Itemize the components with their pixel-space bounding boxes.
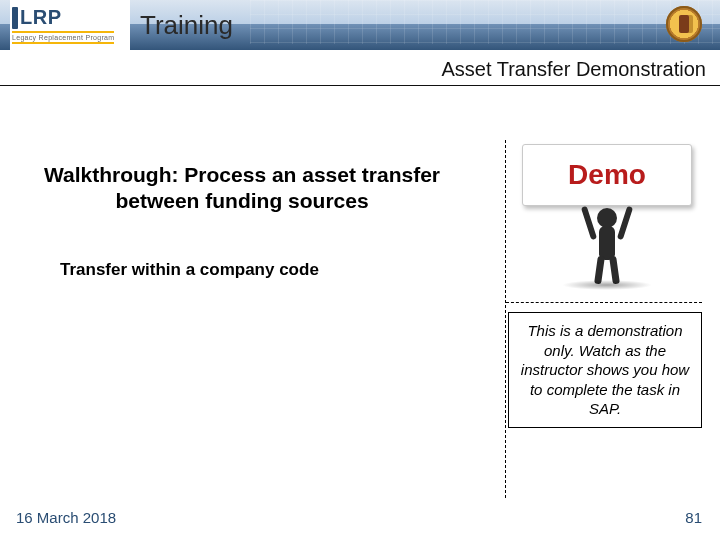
transfer-subheading: Transfer within a company code [60, 260, 319, 280]
header-band: LRP Legacy Replacement Program Training [0, 0, 720, 50]
header-grid-decoration [250, 0, 720, 44]
demo-shadow [562, 280, 652, 290]
subtitle-bar: Asset Transfer Demonstration [0, 54, 720, 86]
demo-label: Demo [568, 159, 646, 191]
walkthrough-line1: Walkthrough: Process an asset transfer [44, 163, 440, 186]
demo-card: Demo [522, 144, 692, 206]
walkthrough-line2: between funding sources [115, 189, 368, 212]
divider-horizontal [506, 302, 702, 303]
walkthrough-heading: Walkthrough: Process an asset transfer b… [22, 162, 462, 215]
subtitle: Asset Transfer Demonstration [441, 58, 706, 81]
instruction-note: This is a demonstration only. Watch as t… [508, 312, 702, 428]
page-title: Training [140, 10, 233, 41]
logo-bar-icon [12, 7, 18, 29]
logo-subtext: Legacy Replacement Program [12, 31, 114, 44]
footer-page-number: 81 [685, 509, 702, 526]
footer-date: 16 March 2018 [16, 509, 116, 526]
logo: LRP Legacy Replacement Program [10, 0, 130, 50]
demo-person-icon [580, 198, 634, 288]
demo-figure: Demo [512, 140, 702, 290]
logo-text: LRP [20, 6, 62, 29]
divider-vertical [505, 140, 506, 498]
seal-icon [666, 6, 702, 42]
